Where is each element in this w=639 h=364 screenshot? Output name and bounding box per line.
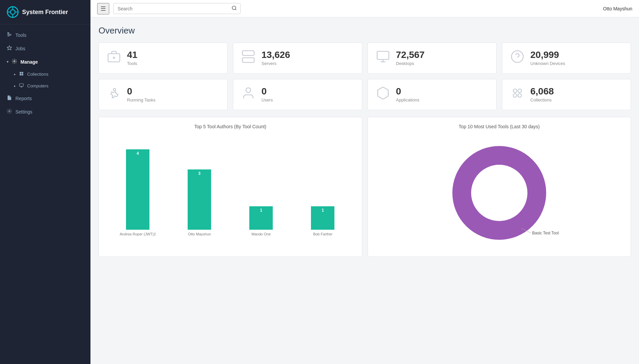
sidebar-item-manage-label: Manage xyxy=(20,59,38,65)
donut-legend-text: Basic Test Tool xyxy=(532,231,559,235)
sidebar-item-manage[interactable]: ▾ Manage xyxy=(0,55,90,68)
bar-value-otto: 3 xyxy=(198,171,201,176)
svg-marker-10 xyxy=(7,46,11,50)
app-name: System Frontier xyxy=(22,9,68,16)
svg-rect-25 xyxy=(243,51,254,56)
bar-group-otto: 3 Otto Mayshun xyxy=(172,169,227,236)
svg-rect-8 xyxy=(7,35,11,35)
menu-button[interactable]: ☰ xyxy=(97,3,109,14)
svg-rect-9 xyxy=(7,36,10,36)
stat-info-desktops: 72,567 Desktops xyxy=(396,50,425,66)
logo-icon xyxy=(7,6,19,18)
donut-wrap: Basic Test Tool xyxy=(376,136,623,250)
svg-point-1 xyxy=(10,10,15,14)
sidebar-item-computers[interactable]: ▸ Computers xyxy=(0,80,90,92)
stat-card-running-tasks: 0 Running Tasks xyxy=(99,79,228,110)
stat-info-collections: 6,068 Collections xyxy=(530,87,554,102)
svg-line-21 xyxy=(235,9,236,10)
charts-row: Top 5 Tool Authors (By Tool Count) 4 And… xyxy=(99,117,631,257)
sidebar-item-jobs[interactable]: Jobs xyxy=(0,42,90,55)
svg-rect-7 xyxy=(7,34,11,34)
stat-icon-collections xyxy=(510,86,524,103)
sidebar-item-computers-label: Computers xyxy=(27,83,49,88)
sidebar: System Frontier Tools Jobs ▾ Manage xyxy=(0,0,90,364)
svg-rect-26 xyxy=(243,58,254,63)
svg-point-37 xyxy=(518,89,522,93)
svg-rect-16 xyxy=(19,84,23,86)
bar-group-mando: 1 Mando One xyxy=(234,206,289,236)
stat-label-running: Running Tasks xyxy=(127,97,155,102)
stat-number-users: 0 xyxy=(261,87,267,96)
stat-info-applications: 0 Applications xyxy=(396,87,420,102)
sidebar-item-collections[interactable]: ▸ Collections xyxy=(0,68,90,80)
bar-label-mando: Mando One xyxy=(252,232,271,236)
donut-svg: Basic Test Tool xyxy=(449,143,550,243)
svg-rect-6 xyxy=(7,32,9,33)
stat-icon-tools xyxy=(107,50,121,67)
bar-value-mando: 1 xyxy=(260,208,262,213)
collections-chevron: ▸ xyxy=(14,72,16,76)
svg-point-34 xyxy=(113,88,116,91)
sidebar-item-reports-label: Reports xyxy=(15,96,32,101)
sidebar-item-reports[interactable]: Reports xyxy=(0,92,90,105)
header: ☰ Otto Mayshun xyxy=(90,0,639,17)
donut-chart-title: Top 10 Most Used Tools (Last 30 days) xyxy=(376,124,623,129)
svg-point-43 xyxy=(519,227,521,229)
stat-number-servers: 13,626 xyxy=(261,50,290,60)
svg-point-35 xyxy=(246,88,251,92)
stat-card-desktops: 72,567 Desktops xyxy=(368,43,497,74)
stat-icon-unknown xyxy=(510,50,524,67)
stat-card-servers: 13,626 Servers xyxy=(233,43,362,74)
search-icon xyxy=(232,5,237,11)
search-input[interactable] xyxy=(114,4,228,13)
stat-number-unknown: 20,999 xyxy=(530,50,559,60)
stat-info-tools: 41 Tools xyxy=(127,50,137,66)
sidebar-nav: Tools Jobs ▾ Manage ▸ Collections xyxy=(0,24,90,123)
stat-label-tools: Tools xyxy=(127,61,137,66)
stat-info-running: 0 Running Tasks xyxy=(127,87,155,102)
donut-chart-card: Top 10 Most Used Tools (Last 30 days) Ba… xyxy=(368,117,631,257)
svg-point-38 xyxy=(513,94,517,97)
stat-number-desktops: 72,567 xyxy=(396,50,425,60)
svg-rect-15 xyxy=(22,74,23,76)
bar-chart-card: Top 5 Tool Authors (By Tool Count) 4 And… xyxy=(99,117,362,257)
bar-label-otto: Otto Mayshun xyxy=(188,232,211,236)
stat-number-applications: 0 xyxy=(396,87,401,96)
bar-value-bob: 1 xyxy=(322,208,324,213)
page-title: Overview xyxy=(99,25,631,36)
stat-label-users: Users xyxy=(261,97,273,102)
stat-icon-servers xyxy=(241,50,255,67)
stat-label-applications: Applications xyxy=(396,97,420,102)
computers-chevron: ▸ xyxy=(14,84,16,88)
collections-icon xyxy=(19,71,24,77)
bar-andrea: 4 xyxy=(126,149,149,230)
bar-value-andrea: 4 xyxy=(137,151,139,156)
page-body: Overview 41 Tools 13,626 Se xyxy=(90,17,639,364)
tools-icon xyxy=(7,32,12,39)
stat-label-servers: Servers xyxy=(261,61,276,66)
sidebar-item-settings[interactable]: Settings xyxy=(0,105,90,119)
stat-number-tools: 41 xyxy=(127,50,137,60)
computers-icon xyxy=(19,83,24,89)
bar-label-bob: Bob Farther xyxy=(313,232,332,236)
sidebar-logo: System Frontier xyxy=(0,0,90,24)
main-content: ☰ Otto Mayshun Overview 41 Tools xyxy=(90,0,639,364)
stat-card-collections: 6,068 Collections xyxy=(502,79,631,110)
sidebar-item-settings-label: Settings xyxy=(15,109,33,115)
jobs-icon xyxy=(7,45,12,52)
stat-number-running: 0 xyxy=(127,87,132,96)
stat-card-applications: 0 Applications xyxy=(368,79,497,110)
sidebar-item-jobs-label: Jobs xyxy=(15,46,25,51)
bar-mando: 1 xyxy=(249,206,273,230)
stat-label-unknown: Unknown Devices xyxy=(530,61,565,66)
manage-icon xyxy=(12,59,17,65)
search-button[interactable] xyxy=(228,3,240,14)
svg-rect-12 xyxy=(20,72,21,74)
stat-label-collections: Collections xyxy=(530,97,552,102)
stat-icon-desktops xyxy=(376,50,390,67)
svg-point-19 xyxy=(9,111,10,112)
stats-grid: 41 Tools 13,626 Servers xyxy=(99,43,631,110)
sidebar-item-tools[interactable]: Tools xyxy=(0,28,90,42)
svg-point-39 xyxy=(518,94,522,97)
bar-group-andrea: 4 Andrea Roper (JWT)2 xyxy=(110,149,165,236)
